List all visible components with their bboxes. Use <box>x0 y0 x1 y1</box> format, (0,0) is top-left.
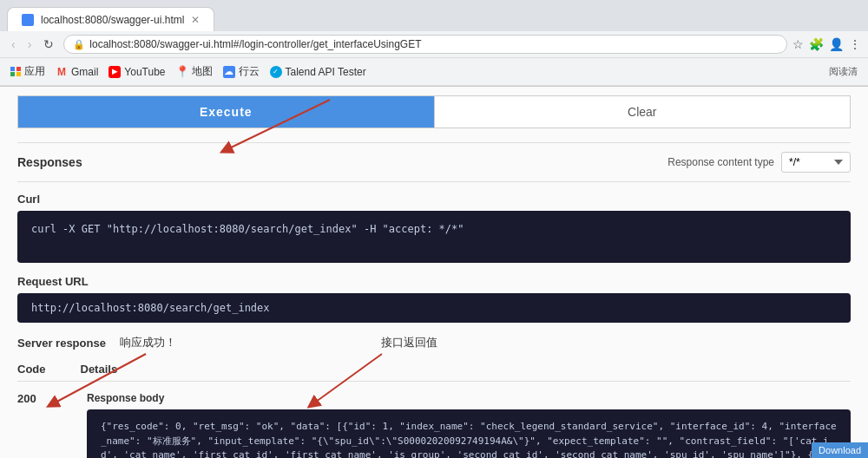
youtube-icon: ▶ <box>108 66 121 78</box>
curl-section: Curl curl -X GET "http://localhost:8080/… <box>17 193 851 263</box>
bookmark-youtube-label: YouTube <box>124 66 165 78</box>
tab-close-button[interactable]: ✕ <box>191 14 200 26</box>
tab-title: localhost:8080/swagger-ui.html <box>41 14 184 26</box>
bookmarks-bar: 应用 M Gmail ▶ YouTube 📍 地图 ☁ 行云 ✓ Talend … <box>0 58 868 86</box>
bookmark-icon[interactable]: ☆ <box>792 37 804 51</box>
server-response-label: Server response <box>17 337 106 350</box>
address-text: localhost:8080/swagger-ui.html#/login-co… <box>89 38 778 50</box>
menu-icon[interactable]: ⋮ <box>849 37 861 51</box>
curl-command: curl -X GET "http://localhost:8080/searc… <box>17 211 851 263</box>
response-code-value: 200 <box>17 392 52 405</box>
bookmark-youtube[interactable]: ▶ YouTube <box>108 66 165 78</box>
response-content-type-label: Response content type <box>667 156 774 168</box>
annotation-success-text: 响应成功！ <box>120 335 176 350</box>
clouddrive-icon: ☁ <box>223 66 235 78</box>
bookmark-clouddrive[interactable]: ☁ 行云 <box>223 64 260 79</box>
clear-button[interactable]: Clear <box>434 96 851 128</box>
response-body-content: {"res_code": 0, "ret_msg": "ok", "data":… <box>87 409 851 458</box>
request-url-section: Request URL http://localhost:8080/search… <box>17 275 851 323</box>
bookmark-maps-label: 地图 <box>192 64 213 79</box>
tab-bar: localhost:8080/swagger-ui.html ✕ <box>0 0 868 31</box>
bookmark-talend-label: Talend API Tester <box>286 66 366 78</box>
response-details: Response body {"res_code": 0, "ret_msg":… <box>87 392 851 458</box>
execute-button[interactable]: Execute <box>18 96 434 128</box>
bookmark-maps[interactable]: 📍 地图 <box>176 64 213 79</box>
gmail-icon: M <box>56 66 68 78</box>
forward-button[interactable]: › <box>23 36 36 53</box>
apps-grid-icon <box>10 67 21 77</box>
response-content-type-select[interactable]: */* <box>781 152 851 173</box>
back-button[interactable]: ‹ <box>7 36 20 53</box>
server-response-section: Server response 响应成功！ 接口返回值 Code Details… <box>17 335 851 458</box>
puzzle-icon[interactable]: 🧩 <box>809 37 824 51</box>
address-bar[interactable]: 🔒 localhost:8080/swagger-ui.html#/login-… <box>63 35 787 54</box>
responses-header: Responses Response content type */* <box>17 142 851 182</box>
download-badge: Download <box>812 442 868 458</box>
nav-controls: ‹ › ↻ <box>7 36 58 53</box>
bookmark-apps[interactable]: 应用 <box>10 64 45 79</box>
bookmark-apps-label: 应用 <box>24 64 45 79</box>
bookmark-gmail-label: Gmail <box>71 66 98 78</box>
response-body-label: Response body <box>87 392 851 404</box>
talend-icon: ✓ <box>270 66 282 78</box>
request-url-value: http://localhost:8080/search/get_index <box>17 293 851 323</box>
code-details-header: Code Details <box>17 357 851 382</box>
responses-title: Responses <box>17 155 82 169</box>
tab-favicon <box>22 14 34 26</box>
response-content-type-section: Response content type */* <box>667 152 851 173</box>
browser-actions: ☆ 🧩 👤 ⋮ <box>792 37 861 51</box>
browser-tab[interactable]: localhost:8080/swagger-ui.html ✕ <box>7 7 214 31</box>
maps-icon: 📍 <box>176 66 188 78</box>
code-column-header: Code <box>17 363 46 376</box>
action-buttons-row: Execute Clear <box>17 95 851 128</box>
refresh-button[interactable]: ↻ <box>39 36 58 53</box>
curl-label: Curl <box>17 193 851 206</box>
action-buttons-section: Execute Clear <box>17 95 851 128</box>
bookmark-talend[interactable]: ✓ Talend API Tester <box>270 66 366 78</box>
bookmark-clouddrive-label: 行云 <box>239 64 260 79</box>
request-url-label: Request URL <box>17 275 851 288</box>
browser-chrome: localhost:8080/swagger-ui.html ✕ ‹ › ↻ 🔒… <box>0 0 868 87</box>
details-column-header: Details <box>81 363 118 376</box>
annotation-return-text: 接口返回值 <box>381 335 437 350</box>
reading-mode-button[interactable]: 阅读清 <box>829 66 858 76</box>
response-row: 200 Response body {"res_code": 0, "ret_m… <box>17 389 851 458</box>
swagger-content: Execute Clear Responses Response content… <box>0 87 868 458</box>
server-response-header-row: Server response 响应成功！ 接口返回值 <box>17 335 851 350</box>
lock-icon: 🔒 <box>73 39 85 50</box>
page-content: Execute Clear Responses Response content… <box>0 87 868 458</box>
bookmark-gmail[interactable]: M Gmail <box>56 66 98 78</box>
profile-icon[interactable]: 👤 <box>829 37 844 51</box>
